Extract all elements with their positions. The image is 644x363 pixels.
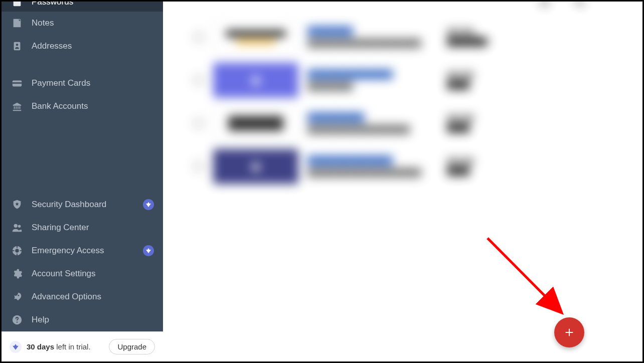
trial-rest: left in trial. — [54, 342, 91, 351]
sidebar-item-label: Account Settings — [32, 269, 154, 279]
help-icon — [11, 313, 24, 326]
plus-icon — [564, 327, 575, 338]
svg-point-15 — [17, 321, 18, 322]
gear-icon — [11, 267, 24, 280]
lock-icon — [11, 0, 24, 9]
svg-point-20 — [576, 2, 582, 4]
svg-line-21 — [581, 4, 584, 7]
sidebar-item-notes[interactable]: Notes — [2, 12, 163, 35]
category-icon — [539, 2, 554, 12]
svg-rect-0 — [14, 0, 21, 6]
upgrade-button[interactable]: Upgrade — [109, 339, 155, 354]
search-icon — [574, 2, 589, 12]
svg-rect-19 — [546, 3, 549, 6]
sidebar-item-sharing-center[interactable]: Sharing Center — [2, 216, 163, 239]
sidebar: Passwords Notes Addresses Payment Card — [2, 2, 163, 361]
sidebar-item-addresses[interactable]: Addresses — [2, 35, 163, 58]
sidebar-item-label: Notes — [32, 18, 154, 28]
sidebar-item-bank-accounts[interactable]: Bank Accounts — [2, 95, 163, 118]
bank-icon — [11, 100, 24, 113]
premium-badge-icon — [143, 199, 154, 210]
svg-point-5 — [14, 224, 18, 228]
svg-line-22 — [488, 238, 560, 311]
sidebar-item-emergency-access[interactable]: Emergency Access — [2, 239, 163, 262]
lifering-icon — [11, 244, 24, 257]
svg-point-6 — [18, 225, 21, 228]
rocket-icon — [11, 290, 24, 303]
svg-rect-1 — [14, 42, 21, 51]
sidebar-item-label: Security Dashboard — [32, 200, 135, 210]
shield-icon — [11, 198, 24, 211]
svg-rect-10 — [17, 254, 18, 256]
svg-rect-9 — [17, 246, 18, 248]
sidebar-item-security-dashboard[interactable]: Security Dashboard — [2, 193, 163, 216]
svg-rect-4 — [13, 82, 22, 84]
sidebar-spacer — [2, 118, 163, 193]
premium-badge-icon — [143, 245, 154, 256]
sidebar-item-label: Help — [32, 315, 154, 325]
main-content: ████████████████████████████ ███ ███████… — [163, 2, 642, 361]
svg-rect-11 — [12, 250, 15, 251]
blurred-password-list: ████████████████████████████ ███ ███████… — [193, 2, 609, 188]
sidebar-item-help[interactable]: Help — [2, 308, 163, 331]
people-icon — [11, 221, 24, 234]
sidebar-bottom-group: Security Dashboard Sharing Center Emerge… — [2, 193, 163, 331]
sidebar-item-label: Emergency Access — [32, 246, 135, 256]
address-icon — [11, 40, 24, 53]
sidebar-item-advanced-options[interactable]: Advanced Options — [2, 285, 163, 308]
card-icon — [11, 77, 24, 90]
app-window: Passwords Notes Addresses Payment Card — [0, 0, 644, 363]
sidebar-item-payment-cards[interactable]: Payment Cards — [2, 72, 163, 95]
sidebar-top-group: Passwords Notes Addresses Payment Card — [2, 2, 163, 118]
sidebar-item-label: Passwords — [32, 0, 154, 7]
note-icon — [11, 17, 24, 30]
svg-rect-18 — [541, 3, 544, 6]
diamond-icon — [10, 341, 22, 353]
trial-days: 30 days — [27, 342, 54, 351]
trial-footer: 30 days left in trial. Upgrade — [2, 331, 163, 361]
sidebar-item-label: Advanced Options — [32, 292, 154, 302]
annotation-arrow — [480, 232, 575, 322]
add-item-fab[interactable] — [554, 317, 584, 347]
svg-point-8 — [15, 249, 19, 252]
svg-point-13 — [18, 295, 19, 296]
sidebar-item-label: Bank Accounts — [32, 101, 154, 111]
sidebar-item-account-settings[interactable]: Account Settings — [2, 262, 163, 285]
svg-rect-12 — [20, 250, 23, 251]
sidebar-item-passwords[interactable]: Passwords — [2, 0, 163, 12]
sidebar-item-label: Sharing Center — [32, 223, 154, 233]
sidebar-item-label: Payment Cards — [32, 78, 154, 88]
sidebar-item-label: Addresses — [32, 41, 154, 51]
svg-point-2 — [16, 44, 19, 46]
trial-text: 30 days left in trial. — [27, 342, 91, 351]
